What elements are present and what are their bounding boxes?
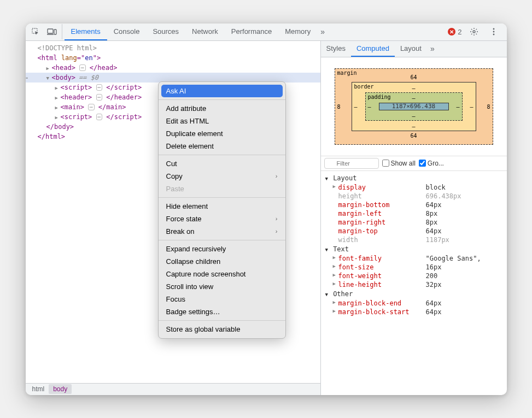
prop-group-text[interactable]: Text	[325, 244, 502, 254]
svg-rect-3	[54, 30, 56, 34]
subtab-computed[interactable]: Computed	[351, 41, 395, 57]
menu-item-force-state[interactable]: Force state›	[159, 213, 285, 225]
kebab-icon[interactable]	[486, 24, 501, 39]
subtab-styles[interactable]: Styles	[321, 41, 351, 57]
show-all-checkbox[interactable]: Show all	[382, 160, 416, 167]
prop-row[interactable]: height696.438px	[325, 192, 502, 201]
prop-row[interactable]: ▶line-height32px	[325, 280, 502, 289]
bm-margin[interactable]: margin 64 64 8 8 border – – – – paddin	[335, 68, 493, 145]
tab-console[interactable]: Console	[107, 23, 147, 41]
menu-item-add-attribute[interactable]: Add attribute	[159, 102, 285, 115]
svg-point-5	[493, 28, 494, 30]
svg-rect-1	[48, 29, 53, 33]
menu-item-delete-element[interactable]: Delete element	[159, 140, 285, 152]
context-menu: Ask AIAdd attributeEdit as HTMLDuplicate…	[158, 81, 286, 339]
prop-group-layout[interactable]: Layout	[325, 173, 502, 183]
svg-point-4	[473, 31, 475, 33]
menu-item-ask-ai[interactable]: Ask AI	[161, 85, 283, 97]
tab-elements[interactable]: Elements	[65, 23, 107, 41]
chevron-right-icon: ›	[276, 173, 278, 179]
menu-item-store-as-global-variable[interactable]: Store as global variable	[159, 323, 285, 335]
tab-network[interactable]: Network	[185, 23, 225, 41]
prop-row[interactable]: ▶font-family"Google Sans",	[325, 254, 502, 263]
menu-separator	[159, 155, 285, 155]
doctype-node[interactable]: <!DOCTYPE html>	[38, 44, 97, 52]
menu-item-expand-recursively[interactable]: Expand recursively	[159, 243, 285, 255]
bm-content[interactable]: 1187×696.438	[379, 103, 449, 110]
menu-separator	[159, 240, 285, 240]
error-count: 2	[458, 28, 461, 36]
filter-input[interactable]: Filter	[324, 158, 379, 169]
menu-item-break-on[interactable]: Break on›	[159, 225, 285, 238]
breadcrumb-body[interactable]: body	[49, 384, 72, 394]
devtools-window: ElementsConsoleSourcesNetworkPerformance…	[26, 23, 507, 395]
more-subtabs-icon[interactable]: »	[427, 44, 438, 53]
menu-item-badge-settings-[interactable]: Badge settings…	[159, 305, 285, 318]
error-icon: ✕	[448, 28, 455, 36]
box-model: margin 64 64 8 8 border – – – – paddin	[321, 57, 507, 156]
gear-icon[interactable]	[466, 24, 482, 39]
prop-row[interactable]: ▶displayblock	[325, 183, 502, 192]
error-count-badge[interactable]: ✕ 2	[448, 28, 461, 36]
menu-separator	[159, 320, 285, 321]
chevron-right-icon: ›	[276, 228, 278, 234]
chevron-right-icon: ›	[276, 215, 278, 222]
breadcrumb: html body	[26, 383, 320, 395]
prop-group-other[interactable]: Other	[325, 289, 502, 299]
prop-row[interactable]: margin-top64px	[325, 227, 502, 236]
main-tabs: ElementsConsoleSourcesNetworkPerformance…	[65, 23, 318, 41]
tab-performance[interactable]: Performance	[225, 23, 278, 41]
prop-row[interactable]: ▶margin-block-end64px	[325, 299, 502, 308]
tab-memory[interactable]: Memory	[278, 23, 317, 41]
more-tabs-icon[interactable]: »	[317, 27, 328, 36]
menu-separator	[159, 197, 285, 198]
svg-point-6	[493, 31, 494, 33]
tab-sources[interactable]: Sources	[146, 23, 185, 41]
menu-item-paste: Paste	[159, 182, 285, 195]
sidebar-tabs: StylesComputedLayout »	[321, 41, 507, 57]
menu-item-copy[interactable]: Copy›	[159, 170, 285, 182]
html-node[interactable]: <html lang="en">	[26, 53, 320, 63]
prop-row[interactable]: width1187px	[325, 236, 502, 244]
body-node-selected[interactable]: ⋯▼<body>== $0	[26, 73, 320, 83]
prop-row[interactable]: ▶margin-block-start64px	[325, 308, 502, 316]
computed-properties: Layout▶displayblockheight696.438pxmargin…	[321, 171, 507, 395]
menu-item-capture-node-screenshot[interactable]: Capture node screenshot	[159, 268, 285, 280]
menu-separator	[159, 99, 285, 100]
filter-row: Filter Show all Gro...	[321, 156, 507, 171]
menu-item-cut[interactable]: Cut	[159, 157, 285, 170]
device-icon[interactable]	[44, 24, 60, 39]
bm-padding[interactable]: padding – – – – 1187×696.438	[365, 92, 463, 121]
group-checkbox[interactable]: Gro...	[419, 160, 444, 167]
prop-row[interactable]: ▶font-weight200	[325, 272, 502, 280]
prop-row[interactable]: margin-bottom64px	[325, 201, 502, 209]
breadcrumb-html[interactable]: html	[28, 384, 49, 394]
menu-item-edit-as-html[interactable]: Edit as HTML	[159, 115, 285, 127]
menu-item-scroll-into-view[interactable]: Scroll into view	[159, 280, 285, 293]
prop-row[interactable]: ▶font-size16px	[325, 263, 502, 272]
styles-panel: StylesComputedLayout » margin 64 64 8 8 …	[321, 41, 507, 395]
bm-border[interactable]: border – – – – padding – – – – 11	[352, 82, 476, 131]
head-node[interactable]: ▶<head> ⋯ </head>	[26, 63, 320, 73]
menu-item-hide-element[interactable]: Hide element	[159, 200, 285, 213]
prop-row[interactable]: margin-left8px	[325, 209, 502, 218]
prop-row[interactable]: margin-right8px	[325, 218, 502, 227]
menu-item-focus[interactable]: Focus	[159, 293, 285, 305]
menu-item-duplicate-element[interactable]: Duplicate element	[159, 127, 285, 140]
menu-item-collapse-children[interactable]: Collapse children	[159, 255, 285, 268]
main-toolbar: ElementsConsoleSourcesNetworkPerformance…	[26, 23, 507, 41]
svg-point-7	[493, 34, 494, 36]
inspect-icon[interactable]	[28, 24, 43, 39]
subtab-layout[interactable]: Layout	[395, 41, 427, 57]
